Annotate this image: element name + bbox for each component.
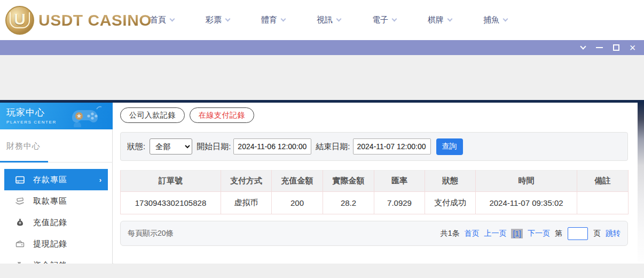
minimize-icon: [596, 47, 603, 48]
cell-exchange-rate: 7.0929: [374, 192, 425, 214]
start-date-input[interactable]: [233, 138, 311, 155]
gamepad-icon: [70, 105, 105, 127]
total-count: 共1条: [441, 229, 460, 238]
minimize-button[interactable]: [591, 40, 608, 55]
first-page-link[interactable]: 首页: [464, 229, 479, 238]
deposit-icon: [15, 176, 25, 184]
main-content: 公司入款記錄 在線支付記錄 狀態: 全部 開始日期: 結束日期: 查詢 訂單號 …: [113, 103, 638, 264]
cell-recharge-amount: 200: [272, 192, 323, 214]
jump-page-prefix: 第: [555, 229, 562, 238]
sidebar-menu: 存款專區 › 取款專區 充值記錄 提現記錄 資金記錄: [0, 169, 112, 276]
nav-item-label: 體育: [261, 15, 277, 25]
nav-item-label: 棋牌: [428, 15, 444, 25]
status-select[interactable]: 全部: [150, 138, 192, 155]
prev-page-link[interactable]: 上一页: [484, 229, 506, 238]
chevron-down-icon: [225, 17, 231, 22]
nav-item-slots[interactable]: 電子: [372, 15, 396, 25]
col-time: 時間: [476, 171, 577, 192]
jump-page-input[interactable]: [568, 227, 588, 240]
nav-item-label: 視訊: [317, 15, 333, 25]
sidebar-item-label: 存款專區: [33, 175, 67, 185]
nav-item-live-video[interactable]: 視訊: [317, 15, 341, 25]
table-header-row: 訂單號 支付方式 充值金額 實際金額 匯率 狀態 時間 備註: [121, 171, 629, 192]
cell-order-number: 1730943302105828: [121, 192, 221, 214]
pagination-bar: 每頁顯示20條 共1条 首页 上一页 [1] 下一页 第 页 跳转: [120, 221, 628, 246]
nav-item-label: 電子: [372, 15, 388, 25]
cell-status: 支付成功: [425, 192, 476, 214]
chevron-down-icon: [281, 17, 286, 22]
chevron-down-icon: [170, 17, 175, 22]
jump-page-suffix: 页: [593, 229, 601, 238]
close-icon: ×: [630, 42, 636, 53]
col-status: 狀態: [425, 171, 476, 192]
nav-item-board-games[interactable]: 棋牌: [428, 15, 452, 25]
logo-text: USDT CASINO: [38, 11, 152, 29]
nav-item-label: 彩票: [206, 15, 222, 25]
end-date-input[interactable]: [353, 138, 431, 155]
sidebar-item-withdrawal-records[interactable]: 提現記錄: [0, 233, 112, 254]
withdraw-icon: [15, 197, 25, 205]
nav-item-sports[interactable]: 體育: [261, 15, 285, 25]
cell-actual-amount: 28.2: [323, 192, 374, 214]
sidebar-item-recharge-records[interactable]: 充值記錄: [0, 212, 112, 233]
records-table: 訂單號 支付方式 充值金額 實際金額 匯率 狀態 時間 備註 173094330…: [120, 170, 629, 214]
sidebar-item-withdraw[interactable]: 取款專區: [0, 190, 112, 212]
col-actual-amount: 實際金額: [323, 171, 374, 192]
window-titlebar: ×: [0, 40, 644, 55]
col-remark: 備註: [577, 171, 629, 192]
nav-item-lottery[interactable]: 彩票: [206, 15, 230, 25]
bottom-strip: [0, 264, 644, 278]
tab-online-payment-records[interactable]: 在線支付記錄: [190, 107, 254, 123]
money-bag-icon: [15, 218, 25, 227]
main-nav: 首頁 彩票 體育 視訊 電子 棋牌 捕魚: [150, 0, 507, 40]
right-edge-gradient: [638, 103, 644, 268]
chevron-down-icon: [580, 43, 586, 49]
titlebar-chevron-down-button[interactable]: [575, 40, 591, 55]
cell-time: 2024-11-07 09:35:02: [476, 192, 577, 214]
nav-item-home[interactable]: 首頁: [150, 15, 174, 25]
sidebar-item-label: 提現記錄: [33, 239, 67, 249]
col-payment-method: 支付方式: [221, 171, 272, 192]
chevron-down-icon: [392, 17, 397, 22]
nav-item-label: 首頁: [150, 15, 166, 25]
sidebar-header: 玩家中心 PLAYERS CENTER: [0, 103, 113, 129]
pagination-controls: 共1条 首页 上一页 [1] 下一页 第 页 跳转: [441, 227, 621, 240]
wallet-icon: [15, 240, 25, 248]
next-page-link[interactable]: 下一页: [528, 229, 550, 238]
sidebar-item-label: 取款專區: [33, 196, 67, 206]
top-header: U USDT CASINO 首頁 彩票 體育 視訊 電子 棋牌 捕魚: [0, 0, 644, 40]
status-label: 狀態:: [127, 142, 145, 152]
maximize-icon: [613, 44, 619, 51]
section-underline: [0, 161, 112, 163]
cell-payment-method: 虚拟币: [221, 192, 272, 214]
col-order-number: 訂單號: [121, 171, 221, 192]
chevron-down-icon: [336, 17, 342, 22]
chevron-right-icon: ›: [99, 176, 101, 184]
sidebar-item-label: 充值記錄: [33, 218, 67, 228]
per-page-text: 每頁顯示20條: [128, 229, 174, 238]
logo[interactable]: U USDT CASINO: [5, 5, 152, 35]
sidebar-section-title: 財務中心: [6, 141, 112, 151]
table-row: 1730943302105828 虚拟币 200 28.2 7.0929 支付成…: [121, 192, 629, 214]
record-tabs: 公司入款記錄 在線支付記錄: [120, 107, 254, 123]
search-button[interactable]: 查詢: [436, 138, 463, 155]
nav-item-fishing[interactable]: 捕魚: [483, 15, 507, 25]
jump-button[interactable]: 跳转: [606, 229, 621, 238]
chevron-down-icon: [447, 17, 453, 22]
col-exchange-rate: 匯率: [374, 171, 425, 192]
close-button[interactable]: ×: [624, 40, 641, 55]
empty-strip: [0, 55, 644, 100]
maximize-button[interactable]: [608, 40, 624, 55]
end-date-label: 結束日期:: [316, 142, 350, 152]
chevron-down-icon: [503, 17, 508, 22]
cell-remark: [577, 192, 629, 214]
tab-company-deposit-records[interactable]: 公司入款記錄: [120, 107, 185, 123]
col-recharge-amount: 充值金額: [272, 171, 323, 192]
nav-item-label: 捕魚: [483, 15, 499, 25]
logo-badge-icon: U: [5, 6, 34, 35]
current-page-indicator[interactable]: [1]: [511, 229, 523, 238]
sidebar-item-deposit[interactable]: 存款專區 ›: [4, 169, 108, 190]
filter-bar: 狀態: 全部 開始日期: 結束日期: 查詢: [120, 132, 628, 161]
sidebar: 玩家中心 PLAYERS CENTER 財務中心 存款專區 › 取: [0, 103, 113, 264]
start-date-label: 開始日期:: [197, 142, 231, 152]
